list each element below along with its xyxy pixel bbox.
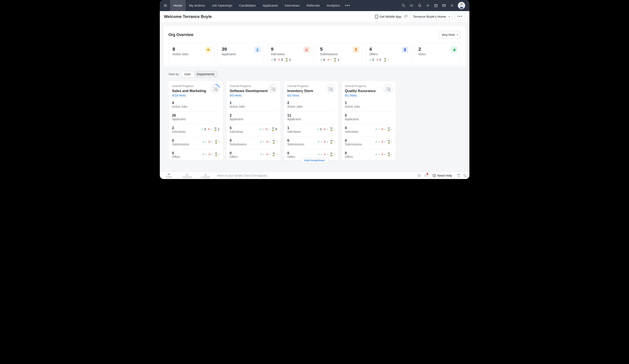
stat-card-active-jobs[interactable]: 8 Active Jobs xyxy=(168,43,215,65)
svg-rect-23 xyxy=(213,88,214,89)
more-options-button[interactable]: ••• xyxy=(455,13,465,20)
check-icon: ✓ xyxy=(202,153,205,156)
dept-hires-link[interactable]: 4/19 Hires xyxy=(172,94,220,97)
dept-card-software-development[interactable]: Overall Progress Software Development 0/… xyxy=(226,81,281,161)
svg-rect-50 xyxy=(329,87,330,88)
activity-icon[interactable] xyxy=(424,174,428,178)
dept-row-sub: ✓- ✕- ⌛- xyxy=(317,151,334,156)
svg-rect-27 xyxy=(216,88,216,89)
check-icon: ✓ xyxy=(375,127,378,131)
stat-card-submissions[interactable]: 5 Submissions ✓4 ✕- ⌛1 xyxy=(316,43,362,65)
x-icon: ✕ xyxy=(208,127,210,131)
svg-rect-28 xyxy=(217,88,217,89)
mail-icon[interactable] xyxy=(442,3,446,8)
viewby-label: View by xyxy=(168,73,179,76)
svg-rect-36 xyxy=(272,87,273,88)
hourglass-icon: ⌛ xyxy=(387,140,391,143)
hide-breakdown-button[interactable]: Hide breakdown xyxy=(301,158,328,163)
nav-item-analytics[interactable]: Analytics xyxy=(323,0,343,11)
hamburger-icon[interactable] xyxy=(161,2,169,9)
dept-row-applicants: 11 Applicants xyxy=(287,111,335,121)
svg-text:31: 31 xyxy=(435,5,437,7)
dept-row-label: Interviews xyxy=(345,130,358,133)
search-icon[interactable] xyxy=(401,3,406,8)
plus-icon[interactable] xyxy=(426,3,430,8)
dept-row-sub: ✓1 ✕- ⌛- xyxy=(317,126,334,131)
subheader: Welcome Terrance Boyle Get Mobile App Te… xyxy=(160,11,470,22)
dept-row-offers: 0 Offers ✓- ✕- ⌛- xyxy=(345,149,392,159)
dept-row-applicants: 26 Applicants xyxy=(172,111,220,121)
check-icon: ✓ xyxy=(317,127,319,131)
nav-item-candidates[interactable]: Candidates xyxy=(236,0,259,11)
svg-rect-71 xyxy=(389,89,389,90)
nav-item-applicants[interactable]: Applicants xyxy=(259,0,282,11)
nav-more-icon[interactable]: ••• xyxy=(343,3,352,8)
dept-row-label: Offers xyxy=(345,155,353,159)
svg-rect-13 xyxy=(208,49,209,49)
calendar-icon[interactable]: 31 xyxy=(434,3,438,8)
nav-item-home[interactable]: Home xyxy=(170,0,186,11)
tools-icon[interactable] xyxy=(450,3,455,8)
hourglass-icon: ⌛ xyxy=(383,58,387,61)
svg-rect-37 xyxy=(271,88,272,89)
stat-x-value: - xyxy=(330,58,331,61)
dept-hires-link[interactable]: 0/1 Hires xyxy=(345,94,392,97)
announce-icon[interactable] xyxy=(409,3,414,8)
user-avatar[interactable] xyxy=(458,2,465,9)
stat-card-applicants[interactable]: 39 Applicants xyxy=(218,43,264,65)
stat-card-offers[interactable]: 4 Offers ✓2 ✕2 ⌛- xyxy=(365,43,412,65)
hourglass-icon: ⌛ xyxy=(214,140,218,143)
dept-row-sub: ✓- ✕- ⌛- xyxy=(202,139,219,143)
dept-row-submissions: 0 Submissions ✓- ✕- ⌛- xyxy=(172,136,220,146)
dept-row-value: 11 xyxy=(287,114,301,117)
x-icon: ✕ xyxy=(381,127,384,131)
bottom-search-icon[interactable] xyxy=(463,174,467,178)
dept-row-sub: ✓- ✕- ⌛- xyxy=(260,139,277,143)
hourglass-icon: ⌛ xyxy=(272,140,276,143)
dept-row-interviews: 0 Interviews ✓- ✕- ⌛- xyxy=(345,124,392,133)
dept-row-offers: 0 Offers ✓- ✕- ⌛- xyxy=(172,149,220,159)
x-icon: ✕ xyxy=(327,58,330,61)
x-icon: ✕ xyxy=(323,140,326,143)
nav-item-interviews[interactable]: Interviews xyxy=(281,0,303,11)
x-icon: ✕ xyxy=(266,140,268,143)
dept-hires-link[interactable]: 0/2 Hires xyxy=(287,94,335,97)
get-mobile-app-link[interactable]: Get Mobile App xyxy=(375,15,401,18)
viewby-option-user[interactable]: User xyxy=(181,71,194,77)
dept-row-value: 1 xyxy=(345,101,360,105)
dept-card-sales-and-marketing[interactable]: Overall Progress Sales and Marketing 4/1… xyxy=(168,81,223,161)
home-select-dropdown[interactable]: Terrance Boyle's Home xyxy=(410,13,452,20)
stat-label: Offers xyxy=(369,52,408,56)
x-icon: ✕ xyxy=(266,153,268,156)
bell-icon[interactable] xyxy=(417,3,422,8)
viewby-option-departments[interactable]: Departments xyxy=(194,71,217,77)
dept-row-interviews: 2 Interviews ✓2 ✕- ⌛1 xyxy=(172,124,220,133)
alarm-icon[interactable] xyxy=(417,174,421,178)
nav-item-referrals[interactable]: Referrals xyxy=(303,0,323,11)
dept-hires-link[interactable]: 0/3 Hires xyxy=(230,94,277,97)
dept-row-sub: ✓- ✕- ⌛5 xyxy=(259,126,277,131)
nav-item-my-actions[interactable]: My Actions xyxy=(186,0,208,11)
bottom-tab-contacts[interactable]: Contacts xyxy=(196,172,215,179)
svg-rect-34 xyxy=(273,88,275,91)
need-help-link[interactable]: Need Help xyxy=(432,174,452,178)
stat-card-hires[interactable]: 2 Hires xyxy=(414,43,461,65)
clipboard-icon[interactable] xyxy=(457,174,461,178)
dept-row-sub: ✓- ✕- ⌛- xyxy=(375,151,392,156)
anytime-dropdown[interactable]: Any time xyxy=(439,31,461,39)
svg-point-0 xyxy=(402,4,404,6)
x-icon: ✕ xyxy=(376,58,379,61)
nav-item-job-openings[interactable]: Job Openings xyxy=(208,0,236,11)
check-icon: ✓ xyxy=(201,127,203,131)
stat-card-interviews[interactable]: 9 Interviews ✓5 ✕3 ⌛1 xyxy=(267,43,313,65)
refresh-icon[interactable] xyxy=(404,15,408,18)
bottom-tab-channels[interactable]: Channels xyxy=(178,172,196,179)
svg-rect-54 xyxy=(329,89,330,90)
viewby-toggle: UserDepartments xyxy=(181,71,218,77)
dept-row-label: Submissions xyxy=(287,143,304,146)
smart-chat-input[interactable]: Here is your Smart Chat (Ctrl+Space) xyxy=(215,172,415,179)
bottom-tab-chats[interactable]: Chats xyxy=(160,172,178,179)
svg-point-76 xyxy=(205,173,206,174)
dept-card-quality-assurance[interactable]: Overall Progress Quality Assurance 0/1 H… xyxy=(341,81,396,161)
dept-card-inventory-store[interactable]: Overall Progress Inventory Store 0/2 Hir… xyxy=(284,81,338,161)
